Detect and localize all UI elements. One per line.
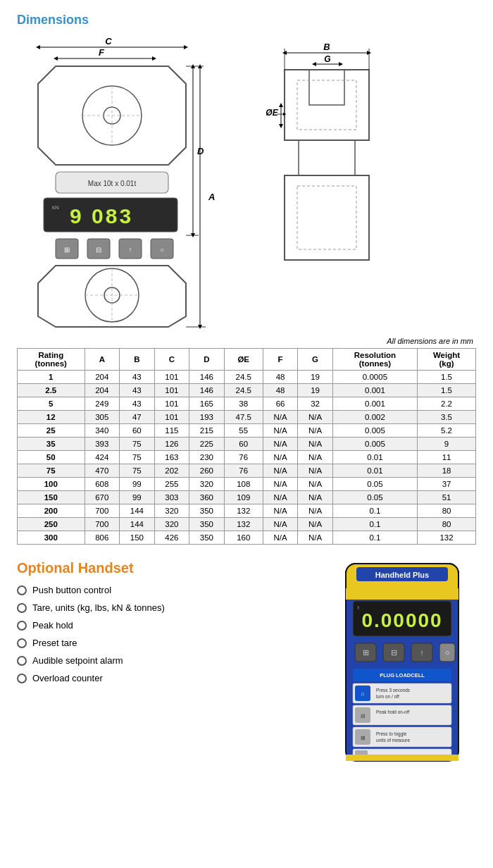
col-header-oe: ØE [224, 349, 263, 371]
table-cell: 66 [263, 397, 298, 411]
svg-text:t: t [358, 605, 359, 610]
col-header-b: B [120, 349, 155, 371]
col-header-resolution: Resolution(tonnes) [332, 349, 417, 371]
table-cell: 9 [418, 438, 476, 451]
table-cell: 1.5 [418, 371, 476, 384]
list-item-label: Peak hold [32, 620, 73, 631]
table-cell: 80 [418, 504, 476, 518]
table-cell: 700 [85, 518, 120, 531]
table-cell: 470 [85, 464, 120, 478]
table-cell: 350 [189, 518, 225, 531]
optional-handset-section: Optional Handset Push button controlTare… [17, 560, 476, 767]
optional-right: Handheld Plus t 0.00000 ⊞ ⊟ ↑ ○ PLUG LOA… [335, 560, 476, 767]
table-cell: 51 [418, 491, 476, 504]
bullet-icon [17, 656, 27, 666]
svg-text:○: ○ [445, 648, 450, 657]
table-cell: 43 [120, 371, 155, 384]
list-item-label: Tare, units (kg, lbs, kN & tonnes) [32, 602, 165, 613]
handheld-device-svg: Handheld Plus t 0.00000 ⊞ ⊟ ↑ ○ PLUG LOA… [335, 560, 469, 764]
svg-rect-39 [309, 70, 344, 105]
bullet-icon [17, 585, 27, 595]
table-row: 353937512622560N/AN/A0.0059 [18, 438, 476, 451]
list-item: Audible setpoint alarm [17, 655, 321, 666]
table-cell: 163 [154, 451, 189, 464]
optional-left: Optional Handset Push button controlTare… [17, 560, 321, 690]
table-cell: 0.002 [332, 411, 417, 424]
svg-rect-44 [299, 140, 355, 175]
table-cell: 202 [154, 464, 189, 478]
svg-text:Press 3 seconds: Press 3 seconds [376, 688, 411, 693]
svg-text:⊟: ⊟ [361, 713, 366, 719]
right-diagram-svg: B G ØE [256, 42, 397, 309]
col-header-c: C [154, 349, 189, 371]
svg-text:0.00000: 0.00000 [361, 609, 442, 631]
table-cell: 350 [189, 531, 225, 545]
table-cell: 0.005 [332, 424, 417, 438]
table-cell: 75 [120, 438, 155, 451]
table-cell: 50 [18, 451, 85, 464]
svg-text:Max 10t x 0.01t: Max 10t x 0.01t [88, 180, 137, 187]
list-item-label: Preset tare [32, 638, 77, 648]
table-cell: 393 [85, 438, 120, 451]
table-cell: N/A [263, 531, 298, 545]
svg-text:A: A [208, 192, 215, 202]
table-cell: 204 [85, 371, 120, 384]
table-cell: N/A [298, 411, 333, 424]
table-cell: 2.2 [418, 397, 476, 411]
bullet-icon [17, 621, 27, 631]
svg-text:⊞: ⊞ [363, 648, 369, 657]
table-cell: 60 [224, 438, 263, 451]
col-header-f: F [263, 349, 298, 371]
table-cell: 24.5 [224, 384, 263, 397]
svg-text:B: B [323, 42, 330, 52]
table-cell: 2.5 [18, 384, 85, 397]
list-item-label: Push button control [32, 585, 111, 595]
col-header-g: G [298, 349, 333, 371]
svg-text:9 083: 9 083 [70, 204, 133, 228]
table-cell: 75 [120, 451, 155, 464]
table-cell: 80 [418, 518, 476, 531]
col-header-rating: Rating(tonnes) [18, 349, 85, 371]
svg-text:⊟: ⊟ [391, 648, 397, 657]
table-row: 10060899255320108N/AN/A0.0537 [18, 478, 476, 491]
table-cell: 1.5 [418, 384, 476, 397]
table-cell: 3.5 [418, 411, 476, 424]
table-cell: 806 [85, 531, 120, 545]
left-diagram-svg: C F Max 10t x 0.01t [17, 35, 242, 330]
svg-text:units of measure: units of measure [376, 738, 410, 743]
table-row: 2.52044310114624.548190.0011.5 [18, 384, 476, 397]
svg-text:○: ○ [160, 246, 164, 254]
table-cell: 100 [18, 478, 85, 491]
table-cell: 24.5 [224, 371, 263, 384]
svg-text:ØE: ØE [266, 108, 278, 118]
table-cell: 0.1 [332, 504, 417, 518]
table-cell: 48 [263, 384, 298, 397]
table-row: 15067099303360109N/AN/A0.0551 [18, 491, 476, 504]
table-cell: 193 [189, 411, 225, 424]
table-cell: 35 [18, 438, 85, 451]
table-cell: 230 [189, 451, 225, 464]
table-cell: 99 [120, 478, 155, 491]
table-cell: 150 [120, 531, 155, 545]
table-cell: 320 [189, 478, 225, 491]
dimensions-title: Dimensions [17, 13, 476, 27]
table-row: 253406011521555N/AN/A0.0055.2 [18, 424, 476, 438]
table-row: 200700144320350132N/AN/A0.180 [18, 504, 476, 518]
table-cell: N/A [263, 438, 298, 451]
table-cell: N/A [263, 491, 298, 504]
table-cell: 132 [224, 504, 263, 518]
diagram-right: B G ØE [256, 42, 397, 311]
table-cell: N/A [298, 438, 333, 451]
table-row: 12044310114624.548190.00051.5 [18, 371, 476, 384]
col-header-weight: Weight(kg) [418, 349, 476, 371]
list-item: Tare, units (kg, lbs, kN & tonnes) [17, 602, 321, 613]
list-item: Preset tare [17, 638, 321, 648]
table-cell: N/A [298, 478, 333, 491]
table-cell: 608 [85, 478, 120, 491]
table-cell: 108 [224, 478, 263, 491]
bullet-icon [17, 603, 27, 613]
table-cell: 204 [85, 384, 120, 397]
bullet-icon [17, 638, 27, 648]
svg-text:Press to toggle: Press to toggle [376, 731, 407, 737]
table-cell: 101 [154, 384, 189, 397]
